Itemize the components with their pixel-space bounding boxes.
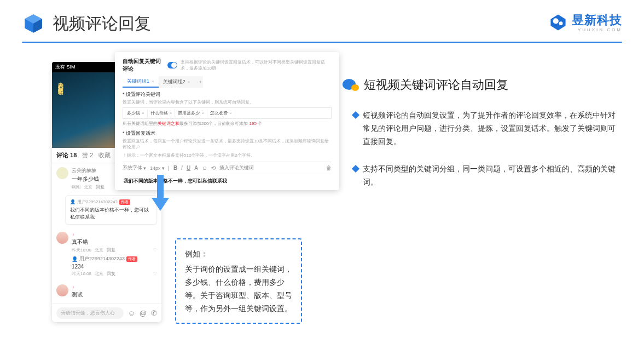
illustration-area: 没有 SIM 5:11 大约已有灯 有家的温暖 评论 18 赞 2 收藏 云朵的… bbox=[52, 52, 315, 331]
bullet-text: 短视频评论的自动回复设置，为了提升作者的评论回复效率，在系统中针对常见的评论用户… bbox=[363, 108, 621, 148]
size-select[interactable]: 14px ▾ bbox=[150, 165, 165, 171]
bubble-icon bbox=[342, 78, 358, 92]
panel-desc: 支持根据评论的关键词设置回复话术，可以针对不同类型关键词设置回复话术，最多添加1… bbox=[181, 59, 332, 71]
tab-comments[interactable]: 评论 18 bbox=[56, 151, 77, 159]
avatar bbox=[56, 232, 68, 244]
video-caption: 大约已有灯 有家的温暖 bbox=[56, 78, 65, 85]
brand-logo: 昱新科技 YUUXIN.COM bbox=[549, 12, 622, 32]
heart-icon[interactable]: ♡ bbox=[153, 248, 157, 253]
bullet-text: 支持不同类型的关键词分组，同一类问题，可设置多个相近的、高频的关键词。 bbox=[363, 162, 621, 188]
keyword-tag[interactable]: 多少钱× bbox=[124, 109, 148, 117]
font-select[interactable]: 系统字体 ▾ bbox=[123, 164, 146, 171]
emoji-icon[interactable]: ☺ bbox=[202, 165, 207, 171]
at-icon[interactable]: @ bbox=[140, 309, 147, 317]
remove-icon[interactable]: × bbox=[229, 111, 232, 116]
settings-panel: 自动回复关键词评论 支持根据评论的关键词设置回复话术，可以针对不同类型关键词设置… bbox=[115, 52, 339, 190]
avatar bbox=[56, 284, 68, 296]
tab-likes[interactable]: 赞 2 bbox=[82, 151, 93, 159]
keyword-tags[interactable]: 多少钱× 什么价格× 费用是多少× 怎么收费× bbox=[123, 107, 332, 119]
remove-icon[interactable]: × bbox=[170, 111, 172, 116]
keyword-tag[interactable]: 什么价格× bbox=[148, 109, 176, 117]
section-title: 短视频关键词评论自动回复 bbox=[364, 77, 508, 93]
logo-name: 昱新科技 bbox=[572, 12, 622, 28]
reply-hint: 设置回复话术，每回复一个用户评论只发送一条话术，最多支持设置10条不同话术，按添… bbox=[123, 138, 332, 150]
cube-icon bbox=[22, 12, 45, 35]
avatar bbox=[56, 167, 68, 179]
tab-fav[interactable]: 收藏 bbox=[98, 151, 111, 159]
logo-sub: YUUXIN.COM bbox=[572, 27, 622, 32]
bold-icon[interactable]: B bbox=[173, 165, 177, 171]
keywords-hint: 设置关键词，当评论里内容包含了以下关键词，则系统可自动回复。 bbox=[123, 99, 332, 105]
example-head: 例如： bbox=[185, 247, 292, 260]
svg-point-4 bbox=[553, 18, 559, 24]
close-icon[interactable]: × bbox=[188, 79, 190, 84]
diamond-icon bbox=[352, 165, 359, 173]
bullet-2: 支持不同类型的关键词分组，同一类问题，可设置多个相近的、高频的关键词。 bbox=[342, 162, 621, 188]
svg-marker-7 bbox=[152, 198, 169, 211]
keyword-tag[interactable]: 怎么收费× bbox=[207, 109, 235, 117]
auto-reply-bubble: 👤用户2299214302243作者 我们不同的版本价格不一样，您可以私信联系我 bbox=[65, 195, 157, 225]
remove-icon[interactable]: × bbox=[201, 111, 204, 116]
close-icon[interactable]: × bbox=[152, 79, 154, 84]
comment-text: 真不错 bbox=[72, 238, 157, 246]
editor-toolbar: 系统字体 ▾ 14px ▾ | B I U A ☺ ⟲ 插入评论关键词 🗑 bbox=[123, 162, 332, 174]
char-hint: ！提示：一个富文本框最多支持512个字符，一个汉字占用2个字符。 bbox=[123, 152, 332, 158]
color-icon[interactable]: A bbox=[194, 165, 198, 171]
comment-3: ♀ 测试 bbox=[52, 281, 161, 304]
tab-group-2[interactable]: 关键词组2× bbox=[159, 76, 195, 88]
fan-icon: ♀ bbox=[72, 285, 75, 290]
keyword-group-tabs: 关键词组1× 关键词组2× + bbox=[123, 76, 332, 88]
arrow-down-icon bbox=[149, 175, 171, 213]
logo-icon bbox=[549, 13, 567, 32]
svg-point-9 bbox=[351, 84, 359, 91]
tab-group-1[interactable]: 关键词组1× bbox=[123, 76, 159, 88]
insert-keyword-button[interactable]: 插入评论关键词 bbox=[219, 164, 254, 171]
comment-input[interactable]: 善语结善缘，恶言伤人心 bbox=[56, 307, 124, 319]
author-tag: 作者 bbox=[119, 199, 130, 205]
bullet-1: 短视频评论的自动回复设置，为了提升作者的评论回复效率，在系统中针对常见的评论用户… bbox=[342, 108, 621, 148]
link-icon[interactable]: ⟲ bbox=[211, 165, 216, 171]
example-body: 关于询价的设置成一组关键词，多少钱、什么价格，费用多少等。关于咨询班型、版本、型… bbox=[185, 262, 292, 315]
send-icon[interactable]: ✆ bbox=[151, 309, 157, 317]
add-group-button[interactable]: + bbox=[194, 76, 203, 88]
content-right: 短视频关键词评论自动回复 短视频评论的自动回复设置，为了提升作者的评论回复效率，… bbox=[342, 77, 621, 203]
keyword-count-note: 所有关键词组里的关键词之和最多可添加200个，目前剩余可添加 195 个 bbox=[123, 121, 332, 127]
heart-icon[interactable]: ♡ bbox=[153, 271, 157, 276]
section-header: 短视频关键词评论自动回复 bbox=[342, 77, 621, 93]
italic-icon[interactable]: I bbox=[181, 165, 183, 171]
delete-icon[interactable]: 🗑 bbox=[326, 165, 332, 171]
keywords-label: * 设置评论关键词 bbox=[123, 91, 332, 98]
chevron-down-icon: ▾ bbox=[143, 165, 146, 171]
status-left: 没有 SIM bbox=[55, 64, 76, 71]
remove-icon[interactable]: × bbox=[142, 111, 144, 116]
page-header: 视频评论回复 bbox=[0, 0, 644, 42]
header-divider bbox=[22, 42, 622, 43]
keyword-tag[interactable]: 费用是多少× bbox=[175, 109, 207, 117]
panel-title: 自动回复关键词评论 bbox=[123, 58, 164, 73]
svg-point-5 bbox=[559, 21, 563, 25]
example-callout: 例如： 关于询价的设置成一组关键词，多少钱、什么价格，费用多少等。关于咨询班型、… bbox=[175, 238, 302, 324]
chevron-down-icon: ▾ bbox=[162, 165, 165, 171]
underline-icon[interactable]: U bbox=[187, 165, 190, 171]
auto-reply-toggle[interactable] bbox=[167, 62, 177, 68]
comment-input-bar: 善语结善缘，恶言伤人心 ☺ @ ✆ bbox=[52, 304, 161, 322]
svg-rect-6 bbox=[157, 175, 164, 198]
reply-label: * 设置回复话术 bbox=[123, 130, 332, 137]
reply-text: 我们不同的版本价格不一样，您可以私信联系我 bbox=[70, 207, 152, 221]
fan-icon: ♀ bbox=[72, 232, 75, 237]
comment-2: ♀ 真不错 昨天10:08北京回复♡ 👤用户2299214302243作者 12… bbox=[52, 228, 161, 281]
page-title: 视频评论回复 bbox=[53, 13, 151, 35]
diamond-icon bbox=[352, 111, 359, 119]
emoji-icon[interactable]: ☺ bbox=[128, 309, 135, 317]
